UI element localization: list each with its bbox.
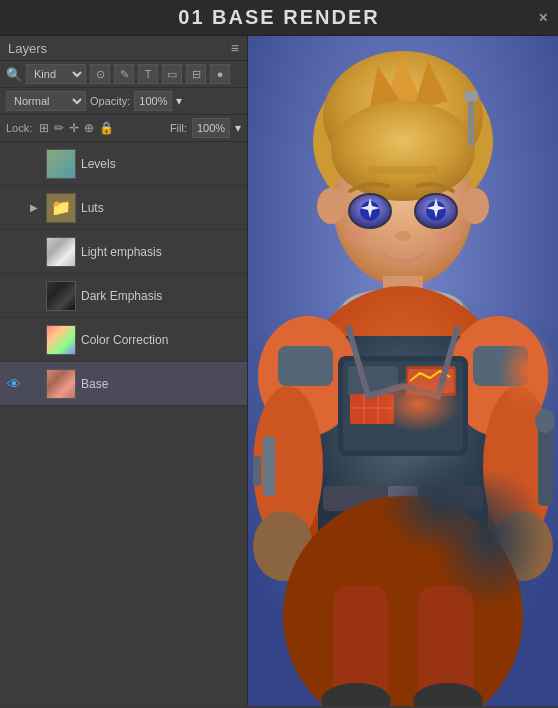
svg-point-55	[321, 683, 391, 706]
filter-adjust-icon[interactable]: ✎	[114, 64, 134, 84]
svg-point-37	[483, 386, 553, 546]
fill-arrow[interactable]: ▾	[235, 121, 241, 135]
svg-rect-40	[263, 436, 275, 496]
title-bar: 01 BASE RENDER ✕	[0, 0, 558, 36]
expand-luts[interactable]: ▶	[27, 202, 41, 213]
filter-icon: 🔍	[6, 67, 22, 82]
svg-marker-18	[426, 198, 446, 218]
svg-rect-50	[323, 486, 483, 511]
layer-name-color-correction: Color Correction	[81, 333, 241, 347]
svg-rect-51	[388, 486, 418, 511]
filter-shape-icon[interactable]: ▭	[162, 64, 182, 84]
svg-rect-46	[350, 394, 394, 424]
svg-rect-0	[248, 36, 558, 706]
lock-checkerboard-icon[interactable]: ⊞	[39, 121, 49, 135]
svg-point-20	[344, 228, 368, 244]
thumbnail-levels	[46, 149, 76, 179]
layers-list: Levels ▶ 📁 Luts Light emphasis	[0, 142, 247, 706]
layer-item-luts[interactable]: ▶ 📁 Luts	[0, 186, 247, 230]
kind-select[interactable]: Kind Name Effect Mode Attribute Color	[26, 64, 86, 84]
opacity-label: Opacity:	[90, 95, 130, 107]
lock-all-icon[interactable]: 🔒	[99, 121, 114, 135]
layer-name-base: Base	[81, 377, 241, 391]
filter-row: 🔍 Kind Name Effect Mode Attribute Color …	[0, 61, 247, 88]
layers-title: Layers	[8, 41, 47, 56]
opacity-input[interactable]	[134, 91, 172, 111]
lock-row: Lock: ⊞ ✏ ✛ ⊕ 🔒 Fill: ▾	[0, 115, 247, 142]
layer-item-dark-emphasis[interactable]: Dark Emphasis	[0, 274, 247, 318]
thumbnail-dark-emphasis	[46, 281, 76, 311]
svg-point-16	[416, 195, 456, 227]
svg-rect-30	[343, 361, 463, 451]
filter-pixel-icon[interactable]: ⊙	[90, 64, 110, 84]
svg-marker-3	[383, 56, 423, 106]
layers-header: Layers ≡	[0, 36, 247, 61]
svg-rect-53	[333, 586, 388, 706]
svg-marker-14	[360, 198, 380, 218]
svg-rect-42	[538, 426, 553, 506]
svg-point-2	[323, 51, 483, 181]
thumbnail-luts: 📁	[46, 193, 76, 223]
svg-point-15	[414, 193, 458, 229]
lock-label: Lock:	[6, 122, 32, 134]
lock-move-icon[interactable]: ✛	[69, 121, 79, 135]
svg-point-7	[317, 188, 345, 224]
svg-point-25	[273, 286, 533, 646]
svg-rect-10	[368, 166, 438, 174]
main-layout: Layers ≡ 🔍 Kind Name Effect Mode Attribu…	[0, 36, 558, 706]
filter-smart-icon[interactable]: ⊟	[186, 64, 206, 84]
layers-menu-icon[interactable]: ≡	[231, 40, 239, 56]
svg-rect-41	[253, 456, 261, 486]
svg-point-9	[331, 101, 475, 201]
fill-input[interactable]	[192, 118, 230, 138]
thumbnail-base	[46, 369, 76, 399]
layer-name-luts: Luts	[81, 201, 241, 215]
svg-point-24	[343, 288, 463, 324]
blend-mode-select[interactable]: Normal Multiply Screen Overlay	[6, 91, 86, 111]
svg-rect-26	[318, 336, 488, 556]
svg-point-6	[333, 126, 473, 286]
svg-rect-29	[338, 356, 468, 456]
layer-item-color-correction[interactable]: Color Correction	[0, 318, 247, 362]
thumbnail-light-emphasis	[46, 237, 76, 267]
svg-point-8	[461, 188, 489, 224]
filter-type-icon[interactable]: T	[138, 64, 158, 84]
svg-point-11	[348, 193, 392, 229]
thumbnail-color-correction	[46, 325, 76, 355]
layer-item-light-emphasis[interactable]: Light emphasis	[0, 230, 247, 274]
close-button[interactable]: ✕	[538, 11, 550, 25]
svg-point-27	[258, 316, 358, 436]
layer-name-dark-emphasis: Dark Emphasis	[81, 289, 241, 303]
svg-rect-22	[383, 276, 423, 306]
layer-item-levels[interactable]: Levels	[0, 142, 247, 186]
svg-point-28	[448, 316, 548, 436]
svg-rect-32	[406, 366, 456, 396]
svg-rect-44	[468, 96, 474, 146]
visibility-toggle-base[interactable]: 👁	[6, 376, 22, 392]
svg-marker-5	[368, 66, 403, 116]
svg-point-12	[350, 195, 390, 227]
opacity-arrow[interactable]: ▾	[176, 94, 182, 108]
svg-point-17	[426, 201, 446, 221]
svg-rect-35	[473, 346, 528, 386]
title-text: 01 BASE RENDER	[178, 6, 379, 28]
svg-point-13	[360, 201, 380, 221]
svg-point-1	[313, 61, 493, 221]
svg-point-36	[253, 386, 323, 546]
lock-artboard-icon[interactable]: ⊕	[84, 121, 94, 135]
layer-item-base[interactable]: 👁 Base	[0, 362, 247, 406]
svg-rect-33	[408, 369, 454, 393]
filter-more-icon[interactable]: ●	[210, 64, 230, 84]
svg-point-43	[535, 409, 555, 433]
fill-label: Fill:	[170, 122, 187, 134]
character-svg	[248, 36, 558, 706]
blend-row: Normal Multiply Screen Overlay Opacity: …	[0, 88, 247, 115]
svg-point-39	[493, 511, 553, 581]
layer-name-levels: Levels	[81, 157, 241, 171]
svg-rect-54	[418, 586, 473, 706]
svg-point-23	[338, 291, 468, 331]
svg-rect-31	[348, 366, 398, 396]
layer-name-light-emphasis: Light emphasis	[81, 245, 241, 259]
lock-brush-icon[interactable]: ✏	[54, 121, 64, 135]
svg-point-52	[283, 496, 523, 706]
